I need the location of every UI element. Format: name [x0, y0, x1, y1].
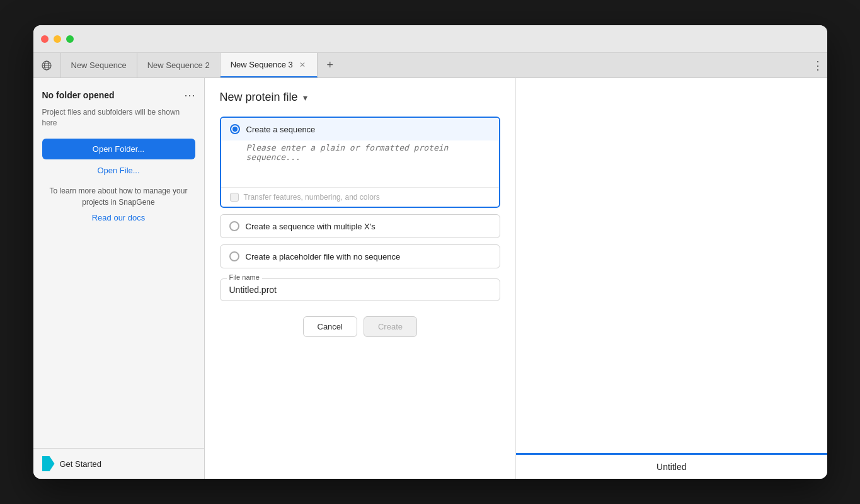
option-label-2: Create a sequence with multiple X's	[246, 222, 376, 231]
dialog-buttons: Cancel Create	[220, 316, 501, 337]
tab-new-sequence-1[interactable]: New Sequence	[61, 53, 137, 77]
dropdown-arrow-icon[interactable]: ▾	[303, 93, 307, 103]
option-row-1: Create a sequence	[221, 118, 500, 140]
right-panel: Untitled	[515, 78, 827, 479]
dialog-panel: New protein file ▾ Create a sequence	[205, 78, 516, 479]
sidebar-more-icon[interactable]: ⋯	[184, 88, 195, 102]
dialog-header: New protein file ▾	[220, 91, 501, 104]
tab-bar: New Sequence New Sequence 2 New Sequence…	[33, 53, 827, 78]
create-button[interactable]: Create	[364, 316, 417, 337]
transfer-checkbox[interactable]	[230, 193, 239, 202]
sidebar: No folder opened ⋯ Project files and sub…	[33, 78, 205, 479]
sidebar-header: No folder opened ⋯	[33, 78, 204, 107]
main-area: No folder opened ⋯ Project files and sub…	[33, 78, 827, 479]
radio-placeholder[interactable]	[229, 251, 239, 261]
filename-input[interactable]	[229, 285, 491, 295]
option-label-1: Create a sequence	[246, 125, 316, 134]
sequence-input-area	[221, 140, 500, 187]
title-bar	[33, 25, 827, 53]
bottom-label: Untitled	[656, 462, 686, 472]
sidebar-learn-text: To learn more about how to manage your p…	[33, 185, 204, 208]
tab-new-sequence-2[interactable]: New Sequence 2	[137, 53, 221, 77]
get-started-label: Get Started	[60, 459, 101, 469]
open-folder-button[interactable]: Open Folder...	[42, 139, 195, 159]
radio-create-sequence[interactable]	[230, 124, 240, 134]
bottom-bar: Untitled	[516, 453, 827, 479]
content-row: New protein file ▾ Create a sequence	[205, 78, 827, 479]
radio-multiple-xs[interactable]	[229, 221, 239, 231]
minimize-button[interactable]	[54, 35, 61, 43]
sidebar-description: Project files and subfolders will be sho…	[33, 107, 204, 139]
sidebar-title: No folder opened	[42, 90, 115, 100]
traffic-lights	[41, 35, 74, 43]
transfer-label: Transfer features, numbering, and colors	[244, 193, 380, 202]
dialog-area: New protein file ▾ Create a sequence	[205, 78, 516, 350]
option-row-2: Create a sequence with multiple X's	[221, 215, 500, 238]
maximize-button[interactable]	[66, 35, 74, 43]
cancel-button[interactable]: Cancel	[303, 316, 357, 337]
option-create-placeholder[interactable]: Create a placeholder file with no sequen…	[220, 244, 501, 268]
close-button[interactable]	[41, 35, 49, 43]
tab-more-button[interactable]: ⋮	[808, 53, 827, 77]
option-create-sequence[interactable]: Create a sequence Transfer features, num…	[220, 117, 501, 208]
option-label-3: Create a placeholder file with no sequen…	[246, 252, 401, 261]
tab-add-button[interactable]: +	[318, 53, 343, 77]
sidebar-footer: Get Started	[33, 448, 204, 479]
tab-label: New Sequence	[71, 60, 127, 70]
get-started-icon	[42, 456, 55, 471]
tab-new-sequence-3[interactable]: New Sequence 3 ✕	[221, 53, 318, 77]
tab-close-icon[interactable]: ✕	[298, 60, 307, 69]
option-create-multiple-xs[interactable]: Create a sequence with multiple X's	[220, 214, 501, 238]
filename-legend: File name	[227, 273, 262, 281]
filename-section: File name	[220, 278, 501, 301]
sequence-textarea[interactable]	[221, 140, 500, 185]
tab-label: New Sequence 2	[147, 60, 210, 70]
open-file-link[interactable]: Open File...	[33, 166, 204, 175]
main-window: New Sequence New Sequence 2 New Sequence…	[33, 25, 827, 479]
dialog-title: New protein file	[220, 91, 298, 104]
globe-icon[interactable]	[33, 53, 61, 77]
read-docs-link[interactable]: Read our docs	[33, 213, 204, 222]
option-row-3: Create a placeholder file with no sequen…	[221, 245, 500, 268]
tab-label: New Sequence 3	[231, 60, 293, 69]
transfer-row: Transfer features, numbering, and colors	[221, 187, 500, 207]
